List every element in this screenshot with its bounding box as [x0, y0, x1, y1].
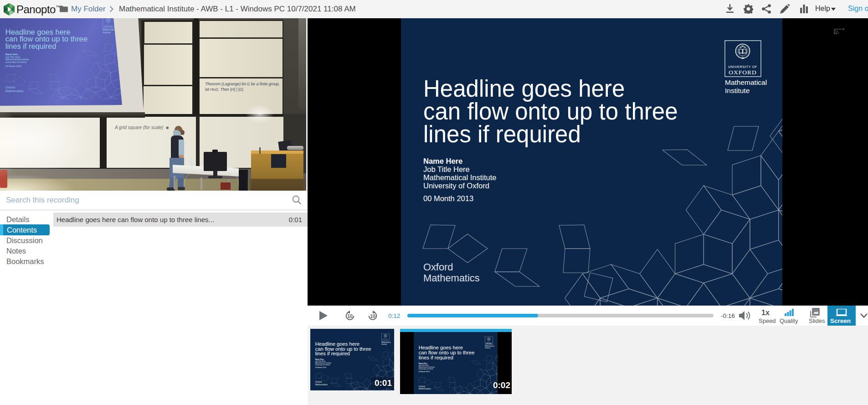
svg-text:10: 10: [347, 313, 353, 319]
svg-text:10: 10: [370, 313, 375, 319]
